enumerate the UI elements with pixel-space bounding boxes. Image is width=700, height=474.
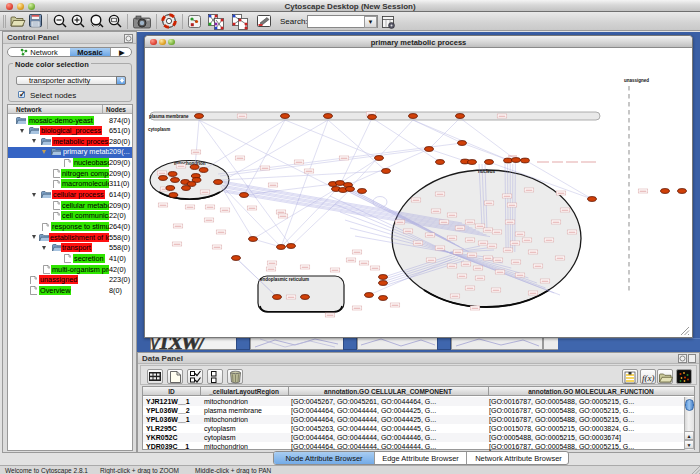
- svg-text:cytoplasm: cytoplasm: [148, 127, 170, 132]
- svg-text:nucleus: nucleus: [478, 169, 496, 174]
- svg-text:unassigned: unassigned: [624, 78, 649, 83]
- svg-text:f(x): f(x): [642, 373, 655, 383]
- svg-text:endoplasmic reticulum: endoplasmic reticulum: [260, 277, 309, 282]
- svg-text:plasma membrane: plasma membrane: [149, 114, 189, 119]
